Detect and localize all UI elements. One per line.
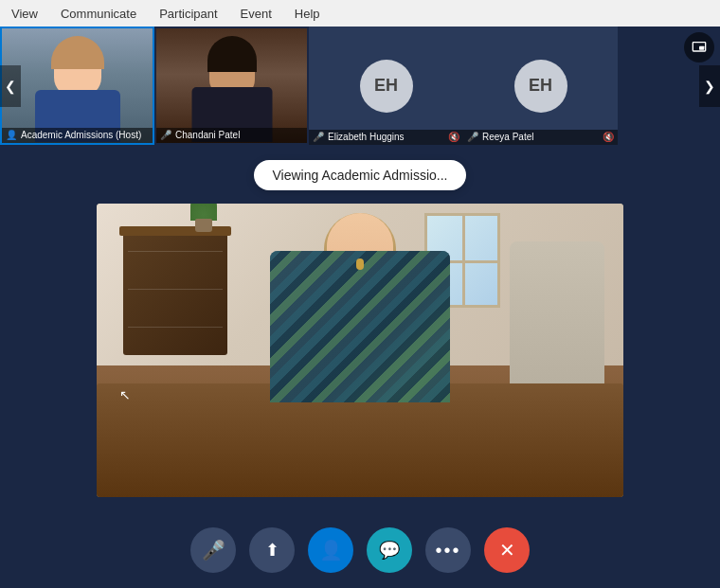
participant-tile-1[interactable]: 🎤 Chandani Patel (154, 27, 309, 145)
svg-rect-1 (699, 46, 704, 50)
pip-button[interactable] (684, 32, 714, 62)
scroll-left-button[interactable]: ❮ (0, 65, 21, 107)
menu-participant[interactable]: Participant (155, 5, 221, 23)
more-button[interactable]: ••• (425, 527, 471, 573)
main-video: ↖ (97, 204, 623, 497)
participant-name-1: 🎤 Chandani Patel (156, 128, 307, 143)
room-dresser (123, 232, 227, 355)
participant-name-0: 👤 Academic Admissions (Host) (2, 128, 153, 143)
menu-view[interactable]: View (8, 5, 42, 23)
bottom-toolbar: 🎤 ⬆ 👤 💬 ••• ✕ (0, 512, 720, 588)
participant-name-3: 🎤 Reeya Patel 🔇 (463, 130, 618, 145)
person-body (270, 251, 450, 402)
menu-help[interactable]: Help (291, 5, 324, 23)
people-icon: 👤 (319, 539, 343, 561)
chat-icon: 💬 (379, 540, 400, 561)
end-call-icon: ✕ (499, 539, 515, 561)
menubar: View Communicate Participant Event Help (0, 0, 720, 27)
main-content: Viewing Academic Admissio... (0, 145, 720, 497)
participant-tile-3[interactable]: EH 🎤 Reeya Patel 🔇 (463, 27, 618, 145)
video-scene: ↖ (97, 204, 623, 497)
participant-name-2: 🎤 Elizabeth Huggins 🔇 (309, 130, 463, 145)
ellipsis-icon: ••• (435, 540, 460, 561)
person-figure (256, 213, 464, 402)
participant-tile-2[interactable]: EH 🎤 Elizabeth Huggins 🔇 (309, 27, 463, 145)
pip-icon (692, 40, 707, 55)
participants-button[interactable]: 👤 (308, 527, 353, 573)
dresser-plant (189, 204, 218, 232)
plant-pot (195, 219, 212, 232)
viewing-badge: Viewing Academic Admissio... (254, 160, 467, 190)
cursor: ↖ (119, 387, 127, 395)
share-button[interactable]: ⬆ (249, 527, 295, 573)
end-call-button[interactable]: ✕ (484, 527, 530, 573)
chat-button[interactable]: 💬 (367, 527, 412, 573)
chair-background (510, 241, 604, 383)
share-icon: ⬆ (265, 540, 279, 561)
avatar-eh-2: EH (514, 60, 567, 113)
menu-event[interactable]: Event (237, 5, 276, 23)
mute-button[interactable]: 🎤 (190, 527, 236, 573)
avatar-eh-1: EH (360, 60, 413, 113)
menu-communicate[interactable]: Communicate (57, 5, 140, 23)
mic-icon: 🎤 (202, 539, 225, 561)
participant-tile-0[interactable]: 👤 Academic Admissions (Host) (0, 27, 154, 145)
scroll-right-button[interactable]: ❯ (699, 65, 720, 107)
participant-strip: ❮ 👤 Academic Admissions (Host) 🎤 Chandan… (0, 27, 720, 145)
